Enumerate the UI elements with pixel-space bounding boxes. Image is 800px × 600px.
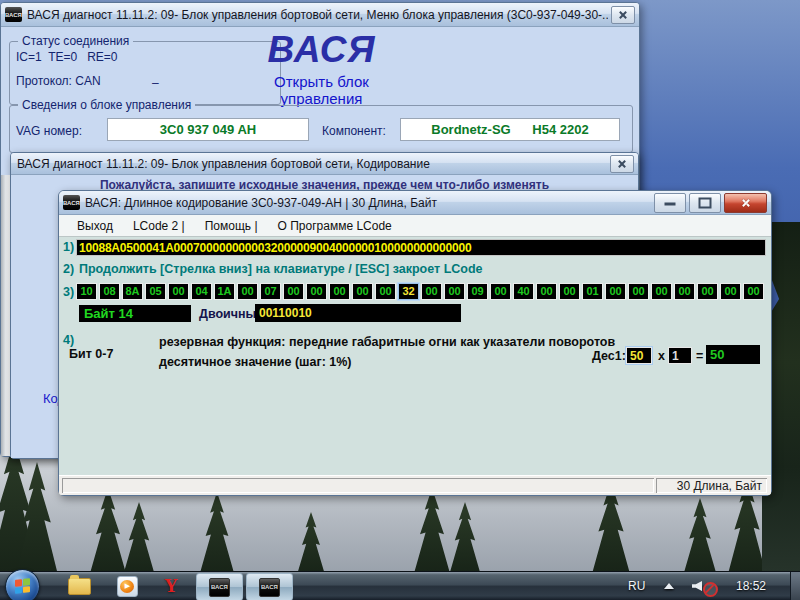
vasya-app-icon: ВАСЯ bbox=[5, 7, 22, 22]
status-line-protocol: Протокол: CAN bbox=[16, 74, 101, 88]
close-icon[interactable] bbox=[611, 6, 635, 24]
window-lcode-title: ВАСЯ: Длинное кодирование 3C0-937-049-AH… bbox=[85, 196, 651, 210]
bit-function-desc: резервная функция: передние габаритные о… bbox=[159, 335, 615, 349]
module-info-title: Сведения о блоке управления bbox=[18, 98, 195, 112]
dec-label: Дес1: bbox=[592, 349, 626, 363]
tray-expand-icon[interactable] bbox=[664, 583, 674, 589]
menu-item[interactable]: О Программе LCode bbox=[268, 217, 402, 235]
status-dash: – bbox=[152, 76, 159, 90]
byte-cell[interactable]: 00 bbox=[697, 283, 718, 300]
bit-range-label: Бит 0-7 bbox=[69, 347, 113, 361]
byte-cell[interactable]: 00 bbox=[237, 283, 258, 300]
row4-label: 4) bbox=[63, 333, 74, 347]
component-field[interactable]: Bordnetz-SG H54 2202 bbox=[400, 118, 620, 141]
vasya-app-icon: ВАСЯ bbox=[63, 195, 80, 210]
status-line-icte: IC=1 TE=0 RE=0 bbox=[16, 50, 118, 64]
open-module-line1[interactable]: Открыть блок bbox=[239, 73, 404, 90]
byte-cell[interactable]: 32 bbox=[398, 283, 419, 300]
byte-cell[interactable]: 8A bbox=[122, 283, 143, 300]
maximize-icon[interactable] bbox=[689, 193, 721, 213]
byte-cell[interactable]: 00 bbox=[536, 283, 557, 300]
menu-item[interactable]: LCode 2 | bbox=[123, 217, 195, 235]
show-desktop-button[interactable] bbox=[790, 572, 800, 600]
vasya-logo: ВАСЯ bbox=[239, 29, 404, 71]
byte-cell[interactable]: 00 bbox=[651, 283, 672, 300]
multiplier-field[interactable]: 1 bbox=[668, 347, 692, 364]
byte-cell[interactable]: 00 bbox=[329, 283, 350, 300]
menu-item[interactable]: Выход bbox=[67, 217, 123, 235]
row3-label: 3) bbox=[63, 285, 74, 299]
component-label: Компонент: bbox=[322, 124, 386, 138]
byte-cell[interactable]: 40 bbox=[513, 283, 534, 300]
taskbar-explorer-button[interactable] bbox=[62, 573, 96, 599]
byte-cell[interactable]: 08 bbox=[99, 283, 120, 300]
clock[interactable]: 18:52 bbox=[736, 579, 766, 593]
byte-cell[interactable]: 00 bbox=[605, 283, 626, 300]
close-icon[interactable] bbox=[724, 193, 767, 213]
byte-cell[interactable]: 00 bbox=[444, 283, 465, 300]
byte-cell[interactable]: 07 bbox=[260, 283, 281, 300]
statusbar-length-segment: 30 Длина, Байт bbox=[656, 478, 767, 493]
window-coding-title: ВАСЯ диагност 11.11.2: 09- Блок управлен… bbox=[17, 157, 607, 171]
byte-cell[interactable]: 00 bbox=[674, 283, 695, 300]
byte-grid: 10088A0500041A00070000000000320000090040… bbox=[76, 283, 764, 300]
byte-cell[interactable]: 01 bbox=[582, 283, 603, 300]
vasya-logo-block: ВАСЯ Открыть блок управления bbox=[239, 29, 404, 107]
taskbar: ▶ Y ВАСЯ ВАСЯ RU 18:52 bbox=[0, 571, 800, 600]
bit-function-step: десятичное значение (шаг: 1%) bbox=[159, 355, 352, 369]
byte-cell[interactable]: 00 bbox=[352, 283, 373, 300]
vasya-app-icon: ВАСЯ bbox=[209, 578, 230, 597]
volume-muted-icon[interactable] bbox=[692, 580, 712, 594]
times-sign: x bbox=[658, 349, 665, 363]
menu-item[interactable]: Помощь | bbox=[195, 217, 268, 235]
byte-cell[interactable]: 00 bbox=[375, 283, 396, 300]
window-coding-titlebar[interactable]: ВАСЯ диагност 11.11.2: 09- Блок управлен… bbox=[11, 153, 638, 175]
close-icon[interactable] bbox=[610, 155, 634, 173]
language-indicator[interactable]: RU bbox=[628, 579, 645, 593]
window-lcode[interactable]: ВАСЯ ВАСЯ: Длинное кодирование 3C0-937-0… bbox=[58, 190, 772, 496]
lcode-menubar: ВыходLCode 2 |Помощь |О Программе LCode bbox=[59, 215, 771, 237]
byte-cell[interactable]: 05 bbox=[145, 283, 166, 300]
byte-cell[interactable]: 1A bbox=[214, 283, 235, 300]
row2-label: 2) bbox=[63, 262, 74, 276]
lcode-statusbar: 30 Длина, Байт bbox=[59, 475, 771, 495]
row1-label: 1) bbox=[63, 240, 74, 254]
byte-cell[interactable]: 00 bbox=[628, 283, 649, 300]
lcode-body: 1) 10088A0500041A00070000000000320000090… bbox=[59, 237, 771, 495]
row2-hint: Продолжить [Стрелка вниз] на клавиатуре … bbox=[79, 262, 483, 276]
selected-byte-label: Байт 14 bbox=[79, 305, 191, 322]
minimize-icon[interactable] bbox=[654, 193, 686, 213]
start-button[interactable] bbox=[5, 569, 40, 600]
byte-cell[interactable]: 04 bbox=[191, 283, 212, 300]
taskbar-vasya-button-2[interactable]: ВАСЯ bbox=[246, 573, 293, 600]
window-menu-title: ВАСЯ диагност 11.11.2: 09- Блок управлен… bbox=[27, 8, 608, 22]
byte-cell[interactable]: 00 bbox=[559, 283, 580, 300]
vag-number-label: VAG номер: bbox=[16, 124, 82, 138]
byte-cell[interactable]: 00 bbox=[168, 283, 189, 300]
byte-cell[interactable]: 00 bbox=[421, 283, 442, 300]
taskbar-media-player-button[interactable]: ▶ bbox=[110, 573, 144, 599]
binary-value-field[interactable]: 00110010 bbox=[255, 304, 461, 322]
byte-cell[interactable]: 00 bbox=[490, 283, 511, 300]
byte-cell[interactable]: 00 bbox=[743, 283, 764, 300]
window-lcode-titlebar[interactable]: ВАСЯ ВАСЯ: Длинное кодирование 3C0-937-0… bbox=[59, 191, 771, 215]
taskbar-yandex-button[interactable]: Y bbox=[156, 573, 186, 599]
statusbar-left-segment bbox=[62, 478, 654, 493]
vasya-app-icon: ВАСЯ bbox=[259, 578, 280, 597]
module-info-groupbox: Сведения о блоке управления VAG номер: 3… bbox=[9, 105, 633, 153]
coding-string-value: 10088A0500041A00070000000000320000090040… bbox=[77, 241, 471, 255]
media-player-icon: ▶ bbox=[117, 576, 138, 597]
yandex-icon: Y bbox=[164, 575, 178, 597]
coding-string-field[interactable]: 10088A0500041A00070000000000320000090040… bbox=[76, 239, 766, 256]
dec-value-input[interactable]: 50 bbox=[626, 347, 652, 364]
window-menu-titlebar[interactable]: ВАСЯ ВАСЯ диагност 11.11.2: 09- Блок упр… bbox=[1, 3, 639, 27]
result-value-field: 50 bbox=[706, 345, 760, 364]
status-group-title: Статус соединения bbox=[18, 34, 133, 48]
byte-cell[interactable]: 00 bbox=[720, 283, 741, 300]
byte-cell[interactable]: 00 bbox=[306, 283, 327, 300]
vag-number-field[interactable]: 3C0 937 049 AH bbox=[107, 118, 309, 141]
byte-cell[interactable]: 09 bbox=[467, 283, 488, 300]
byte-cell[interactable]: 00 bbox=[283, 283, 304, 300]
taskbar-vasya-button-1[interactable]: ВАСЯ bbox=[196, 573, 243, 600]
byte-cell[interactable]: 10 bbox=[76, 283, 97, 300]
